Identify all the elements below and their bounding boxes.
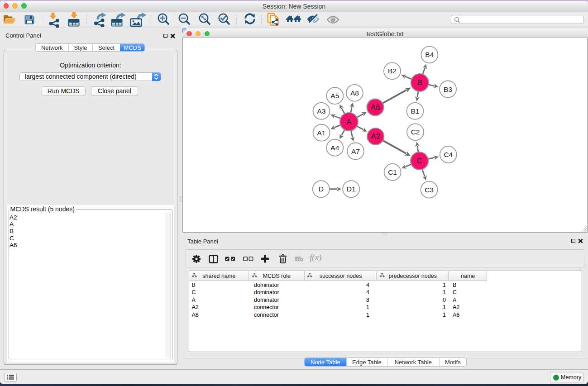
svg-text:B2: B2 (388, 67, 397, 75)
svg-text:A6: A6 (371, 103, 380, 111)
svg-text:A: A (346, 118, 351, 126)
svg-text:C1: C1 (388, 168, 397, 176)
svg-text:B4: B4 (425, 51, 434, 58)
svg-text:B: B (417, 78, 422, 86)
svg-text:A1: A1 (317, 129, 326, 137)
svg-text:A4: A4 (330, 144, 339, 152)
svg-text:B3: B3 (444, 86, 452, 93)
svg-text:A5: A5 (330, 92, 339, 100)
svg-text:A8: A8 (350, 89, 359, 97)
svg-text:D: D (319, 185, 324, 193)
svg-text:A7: A7 (351, 148, 360, 155)
svg-text:C: C (417, 157, 422, 165)
svg-text:A2: A2 (371, 132, 380, 140)
svg-text:D1: D1 (347, 185, 356, 193)
svg-text:C2: C2 (411, 128, 420, 136)
svg-text:B1: B1 (411, 107, 419, 115)
svg-text:C3: C3 (425, 186, 434, 194)
svg-text:A3: A3 (317, 107, 326, 115)
svg-text:C4: C4 (444, 151, 453, 158)
